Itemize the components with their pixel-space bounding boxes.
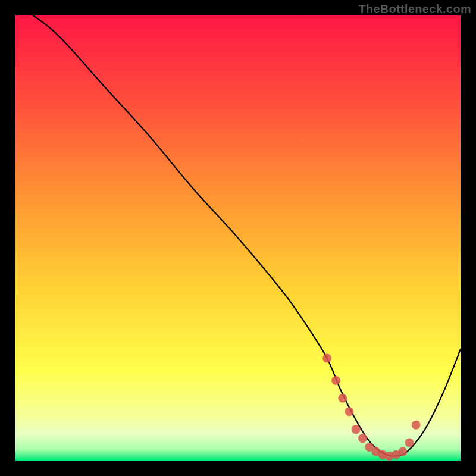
- sweet-spot-marker: [338, 394, 347, 403]
- sweet-spot-marker: [398, 447, 407, 456]
- sweet-spot-marker: [358, 434, 367, 443]
- plot-svg: [15, 15, 461, 461]
- plot-area: [15, 15, 461, 461]
- watermark-text: TheBottleneck.com: [358, 2, 471, 16]
- sweet-spot-marker: [331, 376, 340, 385]
- sweet-spot-marker: [352, 425, 361, 434]
- sweet-spot-marker: [412, 421, 421, 430]
- sweet-spot-marker: [322, 353, 331, 362]
- sweet-spot-marker: [405, 439, 414, 447]
- sweet-spot-marker: [345, 407, 354, 416]
- chart-frame: TheBottleneck.com: [0, 0, 476, 476]
